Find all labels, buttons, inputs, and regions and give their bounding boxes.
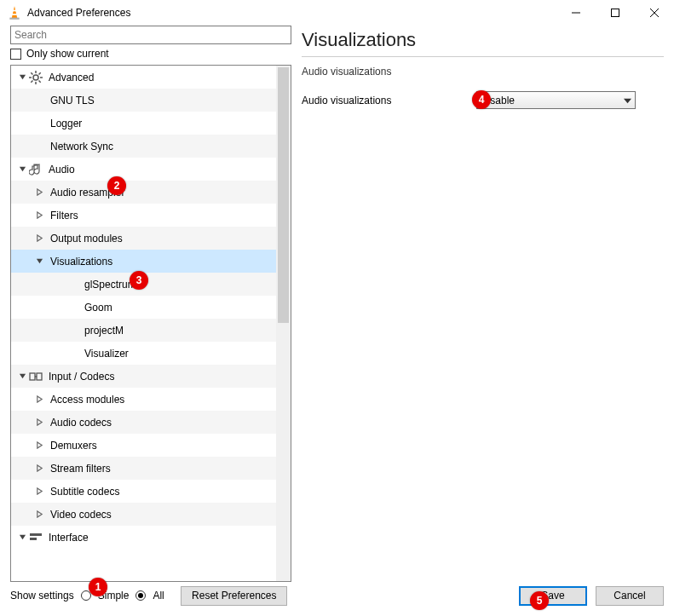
chevron-right-icon[interactable]	[33, 211, 45, 219]
search-input[interactable]	[10, 26, 291, 44]
svg-marker-21	[37, 235, 41, 241]
audio-visualizations-dropdown[interactable]: Disable	[476, 91, 636, 109]
tree-item-label: Filters	[50, 210, 78, 222]
tree-item[interactable]: Output modules	[11, 227, 276, 250]
chevron-right-icon[interactable]	[33, 487, 45, 495]
tree-item-label: Visualizer	[84, 348, 129, 360]
tree-item[interactable]: Subtitle codecs	[11, 480, 276, 503]
settings-panel: Visualizations Audio visualizations Audi…	[302, 26, 664, 582]
cancel-button[interactable]: Cancel	[596, 586, 664, 606]
preferences-tree[interactable]: AdvancedGNU TLSLoggerNetwork SyncAudioAu…	[11, 66, 276, 581]
minimize-button[interactable]	[556, 0, 596, 26]
panel-heading: Visualizations	[302, 29, 664, 57]
chevron-down-icon[interactable]	[16, 73, 28, 81]
svg-marker-0	[12, 6, 18, 19]
tree-item-label: Visualizations	[50, 256, 112, 268]
tree-item[interactable]: Video codecs	[11, 503, 276, 526]
maximize-button[interactable]	[596, 0, 635, 26]
chevron-right-icon[interactable]	[33, 395, 45, 403]
only-show-current[interactable]: Only show current	[10, 48, 291, 60]
svg-marker-32	[37, 511, 41, 517]
svg-marker-20	[37, 212, 41, 218]
tree-item-label: Stream filters	[50, 463, 111, 475]
chevron-right-icon[interactable]	[33, 234, 45, 242]
tree-item[interactable]: Logger	[11, 112, 276, 135]
tree-item[interactable]: Audio codecs	[11, 411, 276, 434]
audio-visualizations-row: Audio visualizations Disable	[302, 91, 664, 109]
tree-item[interactable]: Demuxers	[11, 434, 276, 457]
svg-marker-8	[19, 75, 25, 79]
show-settings-group: Show settings Simple All Reset Preferenc…	[10, 586, 287, 606]
chevron-down-icon[interactable]	[16, 533, 28, 541]
tree-item-label: Advanced	[49, 72, 94, 83]
tree-item-label: Video codecs	[50, 509, 112, 521]
vlc-cone-icon	[7, 5, 22, 20]
tree-scrollbar[interactable]	[276, 66, 291, 581]
chevron-right-icon[interactable]	[33, 418, 45, 426]
audio-icon	[28, 162, 43, 177]
only-show-current-checkbox[interactable]	[10, 49, 21, 60]
tree-item-label: Audio resampler	[50, 187, 124, 199]
tree-item[interactable]: Stream filters	[11, 457, 276, 480]
preferences-window: Advanced Preferences Only show current A…	[0, 0, 674, 616]
window-title: Advanced Preferences	[27, 7, 556, 19]
tree-item-label: Access modules	[50, 394, 124, 406]
show-settings-label: Show settings	[10, 590, 74, 602]
tree-item[interactable]: Filters	[11, 204, 276, 227]
tree-item[interactable]: Input / Codecs	[11, 365, 276, 388]
chevron-right-icon[interactable]	[33, 510, 45, 518]
radio-simple-label: Simple	[98, 590, 130, 602]
chevron-right-icon[interactable]	[33, 188, 45, 196]
chevron-down-icon[interactable]	[16, 372, 28, 380]
radio-simple[interactable]	[81, 590, 91, 601]
svg-rect-24	[30, 373, 35, 380]
tree-item[interactable]: Visualizations	[11, 250, 276, 273]
tree-item[interactable]: Interface	[11, 526, 276, 549]
tree-scrollbar-thumb[interactable]	[278, 67, 289, 323]
svg-marker-23	[19, 374, 25, 378]
svg-line-16	[39, 72, 41, 74]
close-button[interactable]	[635, 0, 674, 26]
tree-item[interactable]: projectM	[11, 319, 276, 342]
tree-item-label: Input / Codecs	[49, 371, 114, 383]
svg-marker-22	[36, 259, 42, 263]
tree-item[interactable]: Advanced	[11, 66, 276, 89]
interface-icon	[28, 530, 43, 545]
chevron-down-icon[interactable]	[16, 165, 28, 173]
tree-item-label: Audio codecs	[50, 417, 112, 429]
audio-visualizations-value: Disable	[481, 95, 515, 107]
chevron-right-icon[interactable]	[33, 441, 45, 449]
svg-marker-18	[19, 167, 25, 171]
tree-item[interactable]: Goom	[11, 296, 276, 319]
tree-item[interactable]: glSpectrum	[11, 273, 276, 296]
chevron-down-icon[interactable]	[33, 257, 45, 265]
tree-item-label: Subtitle codecs	[50, 486, 119, 498]
svg-rect-34	[30, 533, 42, 536]
footer-bar: Show settings Simple All Reset Preferenc…	[0, 582, 674, 616]
tree-item[interactable]: Visualizer	[11, 342, 276, 365]
gear-icon	[28, 70, 43, 85]
left-panel: Only show current AdvancedGNU TLSLoggerN…	[10, 26, 291, 582]
tree-item-label: Interface	[49, 532, 89, 544]
tree-item[interactable]: Audio	[11, 158, 276, 181]
reset-preferences-button[interactable]: Reset Preferences	[181, 586, 287, 606]
tree-item[interactable]: Audio resampler	[11, 181, 276, 204]
svg-marker-28	[37, 419, 41, 425]
svg-marker-31	[37, 488, 41, 494]
save-button[interactable]: Save	[519, 586, 587, 606]
preferences-tree-container: AdvancedGNU TLSLoggerNetwork SyncAudioAu…	[10, 65, 291, 582]
radio-all[interactable]	[135, 590, 146, 601]
content-area: Only show current AdvancedGNU TLSLoggerN…	[0, 26, 674, 582]
tree-item-label: Logger	[50, 118, 82, 130]
svg-marker-30	[37, 465, 41, 471]
tree-item-label: Network Sync	[50, 141, 113, 153]
tree-item[interactable]: Network Sync	[11, 135, 276, 158]
svg-marker-29	[37, 442, 41, 448]
chevron-right-icon[interactable]	[33, 464, 45, 472]
tree-item[interactable]: Access modules	[11, 388, 276, 411]
tree-item-label: Demuxers	[50, 440, 97, 452]
window-controls	[556, 0, 674, 26]
radio-all-label: All	[153, 590, 164, 602]
tree-item[interactable]: GNU TLS	[11, 89, 276, 112]
svg-point-9	[33, 75, 38, 80]
